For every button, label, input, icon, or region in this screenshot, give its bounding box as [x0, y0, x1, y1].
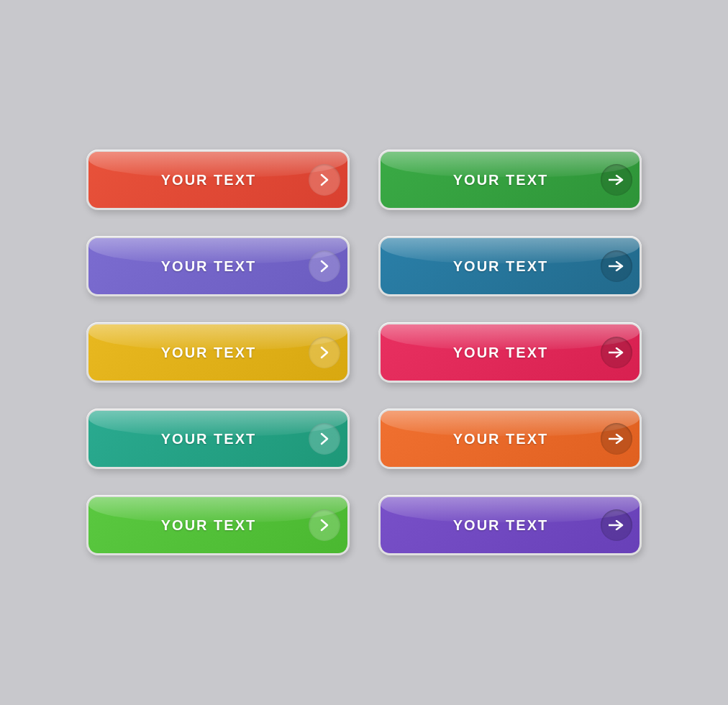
btn-pink-label: YOUR TEXT: [401, 345, 601, 361]
btn-cyan-label: YOUR TEXT: [109, 431, 309, 447]
btn-purple-label: YOUR TEXT: [109, 258, 309, 275]
btn-orange-label: YOUR TEXT: [401, 431, 601, 447]
btn-green-icon: [601, 164, 632, 196]
btn-pink[interactable]: YOUR TEXT: [381, 324, 640, 381]
btn-red[interactable]: YOUR TEXT: [88, 152, 347, 208]
btn-green-label: YOUR TEXT: [401, 172, 601, 188]
btn-lime-icon: [309, 509, 340, 541]
btn-orange-icon: [601, 423, 632, 455]
btn-teal[interactable]: YOUR TEXT: [381, 238, 640, 294]
btn-orange[interactable]: YOUR TEXT: [381, 411, 640, 467]
btn-red-icon: [309, 164, 340, 196]
btn-indigo-label: YOUR TEXT: [401, 517, 601, 534]
btn-yellow-wrap: YOUR TEXT: [86, 322, 350, 383]
btn-green[interactable]: YOUR TEXT: [381, 152, 640, 208]
btn-purple-wrap: YOUR TEXT: [86, 236, 350, 296]
btn-orange-wrap: YOUR TEXT: [378, 409, 642, 469]
btn-teal-label: YOUR TEXT: [401, 258, 601, 275]
btn-purple-icon: [309, 250, 340, 282]
btn-lime-wrap: YOUR TEXT: [86, 495, 350, 555]
btn-teal-icon: [601, 250, 632, 282]
btn-red-label: YOUR TEXT: [109, 172, 309, 188]
btn-pink-wrap: YOUR TEXT: [378, 322, 642, 383]
btn-lime-label: YOUR TEXT: [109, 517, 309, 534]
button-grid: YOUR TEXT YOUR TEXT YOUR TEXT YOUR TEXT …: [58, 121, 670, 584]
btn-indigo-icon: [601, 509, 632, 541]
btn-teal-wrap: YOUR TEXT: [378, 236, 642, 296]
btn-cyan-wrap: YOUR TEXT: [86, 409, 350, 469]
btn-yellow[interactable]: YOUR TEXT: [88, 324, 347, 381]
btn-indigo-wrap: YOUR TEXT: [378, 495, 642, 555]
btn-purple[interactable]: YOUR TEXT: [88, 238, 347, 294]
btn-cyan-icon: [309, 423, 340, 455]
btn-indigo[interactable]: YOUR TEXT: [381, 497, 640, 553]
btn-lime[interactable]: YOUR TEXT: [88, 497, 347, 553]
btn-yellow-icon: [309, 337, 340, 368]
btn-green-wrap: YOUR TEXT: [378, 150, 642, 210]
btn-cyan[interactable]: YOUR TEXT: [88, 411, 347, 467]
btn-pink-icon: [601, 337, 632, 368]
btn-red-wrap: YOUR TEXT: [86, 150, 350, 210]
btn-yellow-label: YOUR TEXT: [109, 345, 309, 361]
